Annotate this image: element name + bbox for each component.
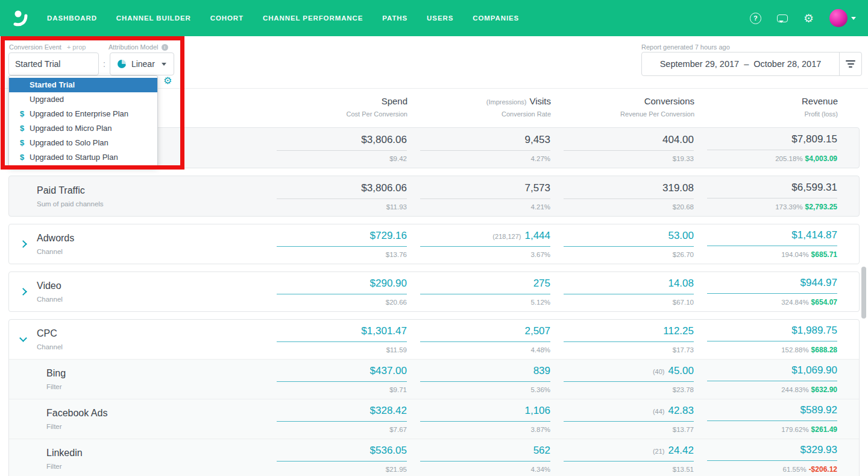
row-subtitle: Channel [37, 343, 263, 351]
nav-item-dashboard[interactable]: DASHBOARD [47, 14, 97, 22]
row-title: Video [37, 281, 263, 291]
conversion-event-label: Conversion Event + prop [9, 43, 86, 51]
dropdown-item-label: Upgraded [30, 95, 64, 104]
app-logo[interactable] [12, 9, 29, 27]
revenue-column-header[interactable]: Revenue Profit (loss) [708, 96, 838, 118]
dropdown-item-upgraded-enterprise[interactable]: $ Upgraded to Enterprise Plan [9, 107, 157, 121]
nav-item-users[interactable]: USERS [427, 14, 453, 22]
revenue-cell: $7,809.15 205.18%$4,003.09 [707, 133, 837, 163]
date-range-value: September 29, 2017 – October 28, 2017 [642, 52, 839, 75]
help-icon[interactable]: ? [750, 13, 761, 24]
spend-cell: $729.16 $13.76 [277, 230, 407, 258]
row-title: Linkedin [46, 448, 263, 459]
report-generated-note: Report generated 7 hours ago [641, 43, 730, 51]
profit-value: $632.90 [811, 386, 837, 394]
vertical-scrollbar[interactable] [861, 267, 866, 319]
dropdown-item-upgraded-solo[interactable]: $ Upgraded to Solo Plan [9, 136, 157, 150]
nav-item-channel-performance[interactable]: CHANNEL PERFORMANCE [263, 14, 363, 22]
row-card-cpc-group: CPC Channel $1,301.47 $11.59 2,507 4.48%… [8, 319, 860, 476]
nav-item-cohort[interactable]: COHORT [210, 14, 244, 22]
table-row[interactable]: Video Channel $290.90 $20.66 275 5.12% 1… [9, 272, 859, 311]
chevron-right-icon [19, 288, 27, 296]
filter-sort-icon[interactable] [840, 52, 861, 75]
attribution-model-select[interactable]: Linear [110, 52, 174, 75]
nav-item-channel-builder[interactable]: CHANNEL BUILDER [116, 14, 191, 22]
column-subtitle: Revenue Per Conversion [564, 110, 694, 118]
spend-cell: $3,806.06 $11.93 [277, 182, 407, 211]
spend-column-header[interactable]: Spend Cost Per Conversion [277, 96, 407, 118]
profit-value: $685.71 [811, 250, 837, 259]
profit-value: $2,793.25 [805, 203, 837, 211]
pie-chart-icon [118, 60, 126, 68]
row-title: CPC [37, 328, 263, 339]
impressions-label: (Impressions) [486, 98, 527, 106]
table-row[interactable]: Paid Traffic Sum of paid channels $3,806… [9, 176, 859, 216]
spend-cell: $437.00 $9.71 [277, 365, 407, 393]
visits-cell: 1,106 3.87% [420, 405, 550, 433]
chevron-down-icon [851, 17, 856, 20]
nav-right-controls: ? ⚙ [750, 9, 856, 27]
settings-gear-icon[interactable]: ⚙ [163, 76, 172, 86]
nav-menu: DASHBOARD CHANNEL BUILDER COHORT CHANNEL… [47, 14, 750, 22]
conversions-cell: (21)24.42 $13.51 [564, 445, 694, 473]
nav-item-companies[interactable]: COMPANIES [473, 14, 519, 22]
gear-icon[interactable]: ⚙ [804, 13, 814, 24]
conversions-count: (21) [653, 448, 665, 455]
dropdown-item-label: Upgraded to Micro Plan [30, 124, 112, 133]
dropdown-item-label: Upgraded to Solo Plan [30, 138, 108, 147]
conversion-event-dropdown: Started Trial Upgraded $ Upgraded to Ent… [8, 75, 158, 167]
date-range-picker[interactable]: September 29, 2017 – October 28, 2017 [641, 52, 862, 76]
attribution-model-label: Attribution Model [108, 43, 168, 51]
spend-cell: $3,806.06 $9.42 [277, 134, 407, 162]
conversions-cell: 404.00 $19.33 [564, 134, 694, 162]
dropdown-item-upgraded[interactable]: Upgraded [9, 92, 157, 107]
dropdown-item-label: Started Trial [30, 80, 75, 89]
top-nav: DASHBOARD CHANNEL BUILDER COHORT CHANNEL… [0, 0, 868, 36]
row-title: Adwords [37, 233, 263, 244]
conversions-column-header[interactable]: Conversions Revenue Per Conversion [564, 96, 694, 118]
table-row[interactable]: CPC Channel $1,301.47 $11.59 2,507 4.48%… [9, 320, 859, 359]
chat-icon[interactable] [777, 14, 788, 22]
profit-value: $688.28 [811, 346, 837, 354]
logo-mark [12, 9, 29, 27]
revenue-cell: $589.92 179.62%$261.49 [707, 404, 837, 434]
info-icon[interactable] [162, 44, 168, 51]
visits-cell: 7,573 4.21% [420, 182, 550, 211]
dropdown-item-upgraded-micro[interactable]: $ Upgraded to Micro Plan [9, 121, 157, 136]
revenue-cell: $1,069.90 244.83%$632.90 [707, 364, 837, 394]
dropdown-item-started-trial[interactable]: Started Trial [9, 78, 157, 92]
row-subtitle: Filter [46, 383, 263, 390]
account-menu[interactable] [829, 9, 856, 27]
expand-row-button[interactable] [9, 289, 37, 294]
avatar [829, 9, 848, 27]
spend-cell: $536.05 $21.95 [277, 445, 407, 473]
column-title: Conversions [564, 96, 694, 106]
row-title: Paid Traffic [37, 185, 263, 196]
column-title: Visits [529, 96, 551, 106]
conversions-cell: (40)45.00 $23.78 [564, 365, 694, 393]
column-title: Spend [277, 96, 407, 106]
spend-cell: $1,301.47 $11.59 [277, 325, 407, 354]
conversions-count: (40) [653, 368, 665, 375]
visits-cell: 275 5.12% [420, 278, 550, 306]
visits-column-header[interactable]: (Impressions)Visits Conversion Rate [421, 96, 551, 118]
spend-cell: $328.42 $7.67 [277, 405, 407, 433]
attribution-model-label-text: Attribution Model [108, 43, 159, 51]
row-title: Facebook Ads [46, 408, 263, 419]
row-subtitle: Channel [37, 296, 263, 303]
table-row[interactable]: Facebook Ads Filter $328.42 $7.67 1,106 … [9, 399, 859, 439]
visits-cell: 2,507 4.48% [420, 325, 550, 354]
row-subtitle: Sum of paid channels [37, 200, 263, 208]
nav-item-paths[interactable]: PATHS [382, 14, 407, 22]
table-row[interactable]: Adwords Channel $729.16 $13.76 (218,127)… [9, 224, 859, 264]
expand-row-button[interactable] [9, 241, 37, 247]
add-prop-link[interactable]: + prop [67, 43, 86, 51]
visits-cell: 562 4.34% [420, 445, 550, 473]
table-row[interactable]: Bing Filter $437.00 $9.71 839 5.36% (40)… [9, 359, 859, 399]
conversion-event-input[interactable] [8, 52, 99, 75]
collapse-row-button[interactable] [9, 338, 37, 341]
table-row[interactable]: Linkedin Filter $536.05 $21.95 562 4.34%… [9, 439, 859, 476]
row-card-adwords: Adwords Channel $729.16 $13.76 (218,127)… [8, 224, 860, 264]
row-subtitle: Filter [46, 463, 263, 470]
dropdown-item-upgraded-startup[interactable]: $ Upgraded to Startup Plan [9, 150, 157, 165]
